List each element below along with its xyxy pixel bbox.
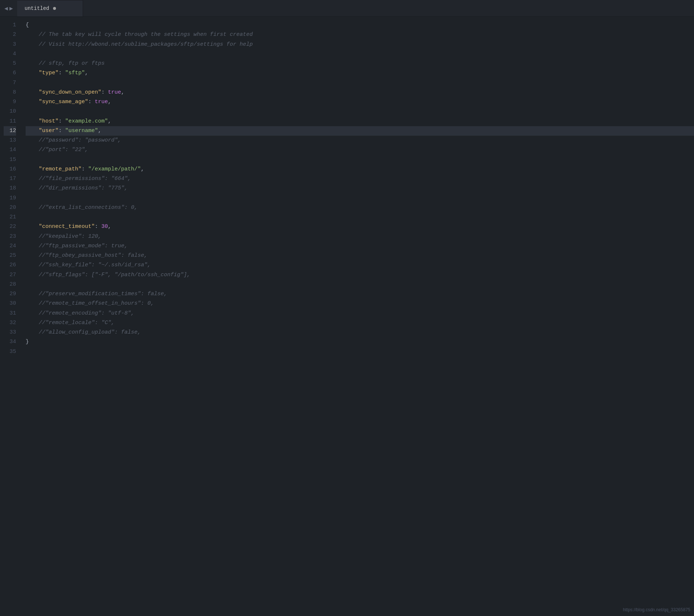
line-number: 26 (4, 260, 16, 270)
code-line (26, 213, 694, 222)
line-number: 11 (4, 117, 16, 126)
code-line: "host": "example.com", (26, 117, 694, 126)
line-numbers: 1234567891011121314151617181920212223242… (0, 20, 22, 357)
code-line: //"ssh_key_file": "~/.ssh/id_rsa", (26, 260, 694, 270)
line-number: 16 (4, 165, 16, 174)
arrow-right-icon[interactable]: ▶ (10, 5, 13, 12)
code-line: { (26, 20, 694, 30)
line-number: 15 (4, 155, 16, 165)
arrow-left-icon[interactable]: ◀ (4, 5, 8, 12)
line-number: 2 (4, 30, 16, 40)
code-line: // sftp, ftp or ftps (26, 59, 694, 68)
code-line: //"dir_permissions": "775", (26, 184, 694, 193)
line-number: 5 (4, 59, 16, 68)
line-number: 17 (4, 174, 16, 184)
line-number: 12 (4, 126, 16, 136)
tab[interactable]: untitled (17, 0, 83, 16)
code-line: "type": "sftp", (26, 68, 694, 78)
code-line: "user": "username", (26, 126, 694, 136)
line-number: 3 (4, 40, 16, 49)
code-content[interactable]: { // The tab key will cycle through the … (22, 20, 694, 357)
code-line (26, 49, 694, 59)
line-number: 34 (4, 337, 16, 347)
line-number: 27 (4, 270, 16, 280)
line-number: 14 (4, 145, 16, 155)
code-line (26, 347, 694, 357)
code-line: "sync_down_on_open": true, (26, 88, 694, 97)
code-line: //"file_permissions": "664", (26, 174, 694, 184)
line-number: 25 (4, 251, 16, 260)
line-number: 18 (4, 184, 16, 193)
code-line: //"port": "22", (26, 145, 694, 155)
code-line: "remote_path": "/example/path/", (26, 165, 694, 174)
code-line: //"remote_encoding": "utf-8", (26, 309, 694, 318)
watermark: https://blog.csdn.net/qq_33265875 (623, 607, 690, 612)
line-number: 35 (4, 347, 16, 357)
code-line: // The tab key will cycle through the se… (26, 30, 694, 40)
line-number: 30 (4, 299, 16, 308)
code-line: "sync_same_age": true, (26, 97, 694, 107)
nav-arrows[interactable]: ◀ ▶ (0, 0, 17, 16)
line-number: 9 (4, 97, 16, 107)
code-line: } (26, 337, 694, 347)
code-line: //"password": "password", (26, 136, 694, 145)
code-line: //"remote_locale": "C", (26, 318, 694, 328)
line-number: 33 (4, 328, 16, 337)
title-bar: ◀ ▶ untitled (0, 0, 694, 17)
line-number: 13 (4, 136, 16, 145)
line-number: 31 (4, 309, 16, 318)
line-number: 32 (4, 318, 16, 328)
line-number: 1 (4, 20, 16, 30)
code-line (26, 280, 694, 289)
line-number: 20 (4, 203, 16, 213)
line-number: 23 (4, 232, 16, 241)
line-number: 28 (4, 280, 16, 289)
line-number: 29 (4, 289, 16, 299)
line-number: 7 (4, 78, 16, 88)
line-number: 22 (4, 222, 16, 232)
line-number: 10 (4, 107, 16, 116)
line-number: 21 (4, 213, 16, 222)
code-line: // Visit http://wbond.net/sublime_packag… (26, 40, 694, 49)
code-line (26, 194, 694, 203)
code-line: //"extra_list_connections": 0, (26, 203, 694, 213)
code-line (26, 78, 694, 88)
line-number: 6 (4, 68, 16, 78)
tab-modified-dot (53, 7, 56, 10)
code-line (26, 107, 694, 116)
tab-title: untitled (25, 5, 49, 11)
editor: 1234567891011121314151617181920212223242… (0, 17, 694, 357)
line-number: 24 (4, 241, 16, 251)
line-number: 4 (4, 49, 16, 59)
code-line: //"ftp_obey_passive_host": false, (26, 251, 694, 260)
code-line: //"sftp_flags": ["-F", "/path/to/ssh_con… (26, 270, 694, 280)
line-number: 19 (4, 194, 16, 203)
code-line: //"preserve_modification_times": false, (26, 289, 694, 299)
code-line: //"keepalive": 120, (26, 232, 694, 241)
code-line: "connect_timeout": 30, (26, 222, 694, 232)
line-number: 8 (4, 88, 16, 97)
code-line: //"ftp_passive_mode": true, (26, 241, 694, 251)
code-line: //"allow_config_upload": false, (26, 328, 694, 337)
code-line: //"remote_time_offset_in_hours": 0, (26, 299, 694, 308)
code-line (26, 155, 694, 165)
